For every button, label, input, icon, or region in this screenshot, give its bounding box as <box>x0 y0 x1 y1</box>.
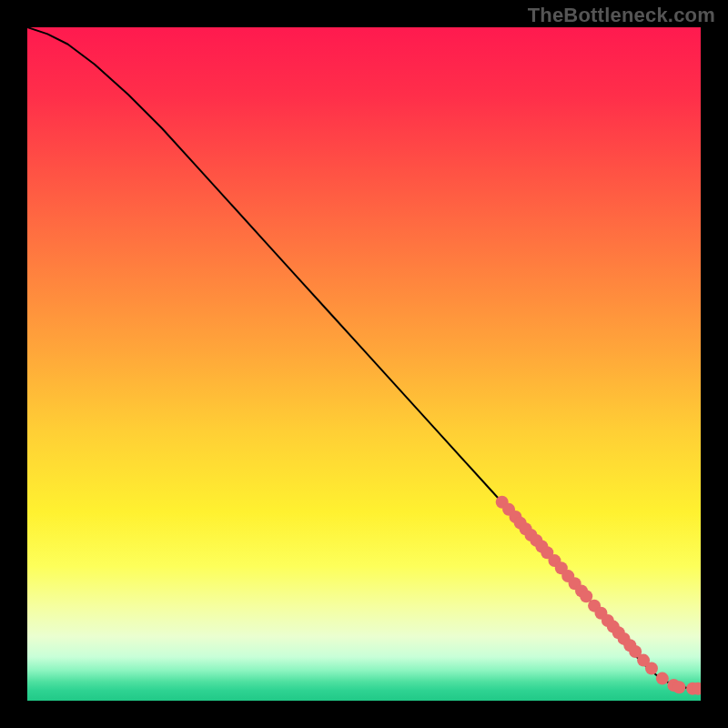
chart-stage: TheBottleneck.com <box>0 0 728 728</box>
data-dot <box>645 662 658 674</box>
gradient-background <box>27 27 701 701</box>
watermark-text: TheBottleneck.com <box>528 4 715 27</box>
data-dot <box>672 681 685 693</box>
data-dot <box>656 672 669 685</box>
plot-frame <box>27 27 701 701</box>
plot-svg <box>27 27 701 701</box>
